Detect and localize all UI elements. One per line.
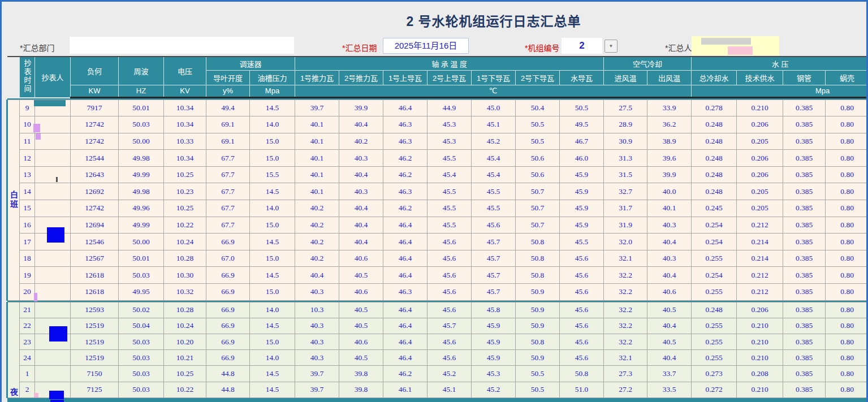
cell-value[interactable]: 0.385 — [783, 382, 826, 397]
cell-value[interactable]: 40.5 — [339, 318, 383, 334]
cell-value[interactable]: 0.385 — [783, 217, 826, 234]
cell-value[interactable]: 50.03 — [119, 334, 164, 350]
cell-value[interactable]: 10.34 — [164, 150, 206, 167]
cell-value[interactable]: 0.385 — [783, 200, 826, 217]
cell-value[interactable]: 45.7 — [472, 234, 516, 250]
cell-value[interactable]: 45.6 — [560, 284, 604, 301]
cell-value[interactable]: 50.8 — [516, 234, 560, 250]
cell-value[interactable]: 66.9 — [206, 267, 250, 284]
cell-value[interactable]: 0.80 — [826, 334, 868, 350]
cell-value[interactable]: 10.3 — [295, 302, 339, 318]
cell-value[interactable]: 45.6 — [560, 267, 604, 284]
cell-value[interactable]: 46.7 — [560, 133, 604, 150]
cell-value[interactable]: 39.7 — [295, 366, 339, 382]
cell-value[interactable]: 46.3 — [383, 133, 427, 150]
cell-value[interactable]: 0.248 — [692, 133, 737, 150]
cell-value[interactable]: 27.5 — [604, 100, 647, 116]
cell-value[interactable]: 12742 — [71, 200, 119, 217]
cell-value[interactable]: 67.7 — [206, 150, 250, 167]
cell-time[interactable]: 22 — [20, 318, 35, 334]
cell-value[interactable]: 46.4 — [383, 318, 427, 334]
cell-value[interactable]: 49.96 — [119, 200, 164, 217]
cell-value[interactable]: 40.3 — [295, 318, 339, 334]
cell-value[interactable]: 0.80 — [826, 133, 868, 150]
cell-value[interactable]: 0.272 — [692, 382, 737, 397]
cell-value[interactable]: 46.1 — [383, 382, 427, 397]
cell-value[interactable]: 44.8 — [206, 366, 250, 382]
cell-value[interactable]: 39.8 — [339, 366, 383, 382]
cell-value[interactable]: 0.245 — [692, 200, 737, 217]
cell-value[interactable]: 14.0 — [250, 302, 295, 318]
cell-value[interactable]: 32.1 — [604, 250, 647, 267]
cell-value[interactable]: 0.255 — [692, 284, 737, 301]
cell-value[interactable]: 0.214 — [737, 250, 783, 267]
cell-value[interactable]: 46.3 — [383, 183, 427, 200]
cell-value[interactable]: 67.7 — [206, 217, 250, 234]
cell-value[interactable]: 32.7 — [604, 183, 647, 200]
cell-value[interactable]: 45.6 — [427, 267, 472, 284]
date-field[interactable]: 2025年11月16日 — [383, 38, 469, 54]
cell-value[interactable]: 40.3 — [339, 150, 383, 167]
cell-time[interactable]: 17 — [20, 234, 35, 250]
cell-value[interactable]: 0.80 — [826, 267, 868, 284]
cell-value[interactable]: 45.5 — [427, 183, 472, 200]
cell-value[interactable]: 0.385 — [783, 302, 826, 318]
cell-value[interactable]: 50.03 — [119, 267, 164, 284]
cell-time[interactable]: 23 — [20, 334, 35, 350]
cell-value[interactable]: 50.9 — [516, 318, 560, 334]
cell-value[interactable]: 40.6 — [339, 284, 383, 301]
cell-value[interactable]: 14.5 — [250, 382, 295, 397]
cell-value[interactable]: 45.6 — [427, 250, 472, 267]
cell-value[interactable]: 0.80 — [826, 250, 868, 267]
cell-value[interactable]: 46.2 — [383, 150, 427, 167]
cell-value[interactable]: 27.3 — [604, 366, 647, 382]
cell-value[interactable]: 0.210 — [737, 350, 783, 366]
cell-time[interactable]: 19 — [20, 267, 35, 284]
cell-value[interactable]: 0.248 — [692, 150, 737, 167]
cell-value[interactable]: 12643 — [71, 166, 119, 183]
cell-value[interactable]: 40.4 — [339, 200, 383, 217]
cell-time[interactable]: 13 — [20, 166, 35, 183]
cell-value[interactable]: 40.5 — [339, 302, 383, 318]
cell-value[interactable]: 0.80 — [826, 116, 868, 133]
cell-value[interactable]: 45.4 — [472, 166, 516, 183]
cell-value[interactable]: 40.4 — [647, 350, 692, 366]
cell-value[interactable]: 45.5 — [472, 200, 516, 217]
cell-value[interactable]: 50.6 — [516, 150, 560, 167]
cell-value[interactable]: 10.20 — [164, 334, 206, 350]
cell-value[interactable]: 14.5 — [250, 183, 295, 200]
cell-value[interactable]: 45.6 — [560, 250, 604, 267]
cell-value[interactable]: 7125 — [71, 382, 119, 397]
cell-value[interactable]: 15.0 — [250, 150, 295, 167]
cell-value[interactable]: 49.4 — [206, 100, 250, 116]
cell-value[interactable]: 50.7 — [516, 217, 560, 234]
cell-value[interactable]: 0.205 — [737, 200, 783, 217]
cell-value[interactable]: 40.2 — [295, 250, 339, 267]
cell-value[interactable]: 0.80 — [826, 350, 868, 366]
cell-value[interactable]: 45.9 — [560, 166, 604, 183]
cell-value[interactable]: 0.80 — [826, 150, 868, 167]
cell-value[interactable]: 15.0 — [250, 334, 295, 350]
cell-value[interactable]: 0.212 — [737, 217, 783, 234]
cell-value[interactable]: 40.1 — [295, 166, 339, 183]
cell-value[interactable]: 33.5 — [647, 382, 692, 397]
cell-value[interactable]: 49.95 — [119, 284, 164, 301]
cell-value[interactable]: 14.5 — [250, 318, 295, 334]
cell-value[interactable]: 0.255 — [692, 250, 737, 267]
cell-value[interactable]: 0.385 — [783, 366, 826, 382]
cell-value[interactable]: 45.4 — [427, 166, 472, 183]
cell-value[interactable]: 45.5 — [427, 200, 472, 217]
cell-value[interactable]: 50.5 — [560, 100, 604, 116]
cell-value[interactable]: 45.6 — [472, 217, 516, 234]
cell-value[interactable]: 12618 — [71, 267, 119, 284]
cell-value[interactable]: 32.1 — [604, 350, 647, 366]
cell-value[interactable]: 50.5 — [516, 366, 560, 382]
cell-value[interactable]: 45.1 — [427, 382, 472, 397]
cell-value[interactable]: 38.9 — [647, 133, 692, 150]
cell-value[interactable]: 45.5 — [427, 150, 472, 167]
cell-value[interactable]: 66.9 — [206, 318, 250, 334]
cell-value[interactable]: 0.212 — [737, 284, 783, 301]
cell-value[interactable]: 40.4 — [647, 318, 692, 334]
cell-person[interactable] — [35, 150, 71, 167]
cell-value[interactable]: 45.3 — [427, 133, 472, 150]
